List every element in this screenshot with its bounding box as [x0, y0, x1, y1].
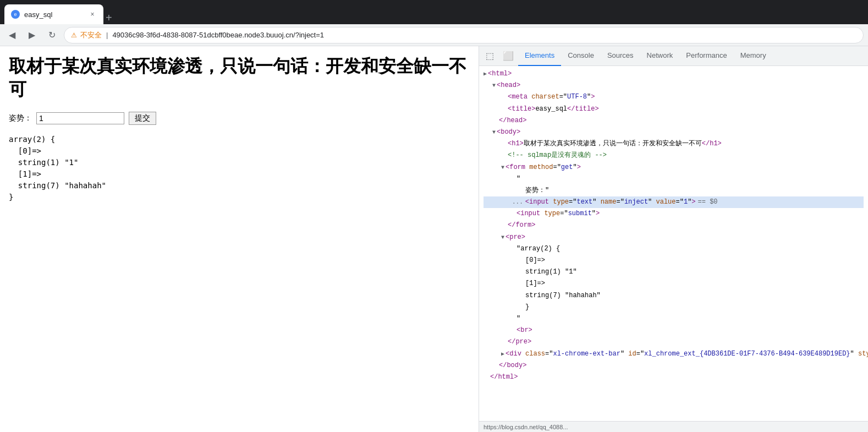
security-icon: ⚠ [71, 31, 77, 39]
tree-line: ▶<html> [484, 68, 864, 80]
tab-network[interactable]: Network [640, 46, 680, 66]
tree-line: ▼<body> [484, 127, 864, 138]
tree-line: " [484, 173, 864, 185]
tree-line: ▼<form method="get"> [484, 162, 864, 173]
triangle-icon[interactable]: ▶ [484, 70, 487, 79]
submit-button[interactable]: 提交 [129, 112, 156, 125]
tree-line: </form> [484, 220, 864, 231]
main-area: 取材于某次真实环境渗透，只说一句话：开发和安全缺一不可 姿势： 提交 array… [0, 46, 868, 432]
tree-line: 姿势：" [484, 185, 864, 196]
tree-line: " [484, 313, 864, 325]
tree-line: </head> [484, 115, 864, 127]
back-button[interactable]: ◀ [4, 28, 20, 43]
tree-line: } [484, 302, 864, 313]
page-heading: 取材于某次真实环境渗透，只说一句话：开发和安全缺一不可 [9, 55, 470, 101]
triangle-icon[interactable]: ▼ [501, 163, 504, 172]
tab-favicon: e [11, 10, 20, 19]
address-box[interactable]: ⚠ 不安全 | 49036c98-3f6d-4838-8087-51dcbff0… [64, 27, 864, 43]
tree-line: [0]=> [484, 255, 864, 266]
active-tab[interactable]: e easy_sql × [4, 4, 103, 24]
tree-line: [1]=> [484, 278, 864, 289]
tree-line: ▶ <div class="xl-chrome-ext-bar" id="xl_… [484, 348, 864, 360]
tab-bar: e easy_sql × + [4, 0, 112, 24]
tree-line: <meta charset="UTF-8"> [484, 91, 864, 103]
refresh-button[interactable]: ↻ [44, 28, 59, 43]
tree-line: string(1) "1" [484, 266, 864, 278]
triangle-icon[interactable]: ▼ [492, 81, 496, 90]
page-content: 取材于某次真实环境渗透，只说一句话：开发和安全缺一不可 姿势： 提交 array… [0, 46, 479, 432]
expand-button[interactable]: ... [510, 198, 525, 207]
url-text: 49036c98-3f6d-4838-8087-51dcbff0beae.nod… [112, 31, 324, 39]
tab-performance[interactable]: Performance [679, 46, 733, 66]
new-tab-button[interactable]: + [106, 12, 112, 24]
inject-input[interactable] [36, 112, 124, 124]
status-bar: https://blog.csdn.net/qq_4088... [479, 421, 868, 432]
tree-line-highlighted: ... <input type="text" name="inject" val… [484, 196, 864, 208]
devtools-tabs: ⬚ ⬜ Elements Console Sources Network Per… [479, 46, 868, 66]
address-bar-row: ◀ ▶ ↻ ⚠ 不安全 | 49036c98-3f6d-4838-8087-51… [0, 24, 868, 46]
devtools-panel: ⬚ ⬜ Elements Console Sources Network Per… [479, 46, 868, 432]
triangle-icon[interactable]: ▼ [492, 128, 496, 137]
html-tree: ▶<html> ▼<head> <meta charset="UTF-8"> <… [479, 66, 868, 385]
tree-line: string(7) "hahahah" [484, 290, 864, 302]
separator: | [106, 31, 108, 39]
tree-line: </pre> [484, 336, 864, 348]
tree-line: </body> [484, 360, 864, 371]
browser-chrome: e easy_sql × + [0, 0, 868, 24]
triangle-icon[interactable]: ▼ [501, 233, 504, 242]
status-url-hint: https://blog.csdn.net/qq_4088... [484, 424, 568, 430]
form-row: 姿势： 提交 [9, 112, 470, 125]
tab-memory[interactable]: Memory [734, 46, 773, 66]
tree-line: ▼<pre> [484, 232, 864, 243]
tree-line: </html> [484, 371, 864, 383]
pre-output: array(2) { [0]=> string(1) "1" [1]=> str… [9, 134, 470, 203]
tab-sources[interactable]: Sources [601, 46, 640, 66]
forward-button[interactable]: ▶ [24, 28, 40, 43]
device-toggle-button[interactable]: ⬜ [498, 48, 518, 63]
tree-line: <h1>取材于某次真实环境渗透，只说一句话：开发和安全缺一不可</h1> [484, 138, 864, 150]
tab-title: easy_sql [24, 10, 84, 19]
tab-close-button[interactable]: × [88, 10, 97, 19]
tree-line: ▼<head> [484, 80, 864, 91]
tree-line: "array(2) { [484, 243, 864, 255]
tree-line: <!-- sqlmap是没有灵魂的 --> [484, 150, 864, 161]
tree-line: <input type="submit"> [484, 208, 864, 220]
triangle-icon[interactable]: ▶ [501, 350, 504, 359]
tab-console[interactable]: Console [561, 46, 601, 66]
inspect-element-button[interactable]: ⬚ [481, 48, 498, 63]
tree-line: <title>easy_sql</title> [484, 103, 864, 115]
security-label: 不安全 [80, 30, 102, 40]
tree-line: <br> [484, 325, 864, 336]
tab-elements[interactable]: Elements [518, 46, 561, 66]
devtools-content: ▶<html> ▼<head> <meta charset="UTF-8"> <… [479, 66, 868, 421]
form-label: 姿势： [9, 113, 32, 123]
